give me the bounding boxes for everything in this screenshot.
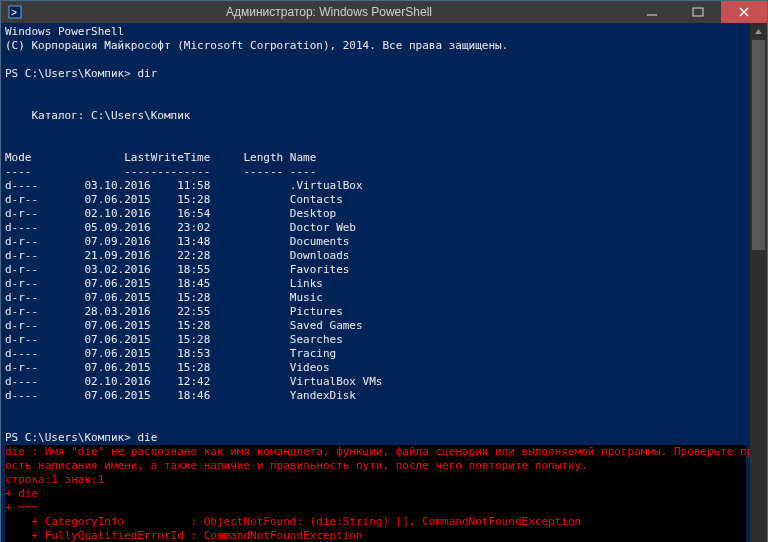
console-line bbox=[5, 53, 746, 67]
window-buttons bbox=[629, 1, 767, 23]
console-line: d-r-- 02.10.2016 16:54 Desktop bbox=[5, 207, 746, 221]
minimize-button[interactable] bbox=[629, 1, 675, 23]
console-line: d-r-- 03.02.2016 18:55 Favorites bbox=[5, 263, 746, 277]
console-line: d---- 02.10.2016 12:42 VirtualBox VMs bbox=[5, 375, 746, 389]
window-title: Администратор: Windows PowerShell bbox=[29, 5, 629, 19]
scroll-thumb[interactable] bbox=[752, 40, 765, 250]
console-line: ость написания имени, а также наличие и … bbox=[5, 459, 746, 473]
console-line: d-r-- 07.06.2015 15:28 Contacts bbox=[5, 193, 746, 207]
console-line bbox=[5, 81, 746, 95]
console-line: d---- 07.06.2015 18:46 YandexDisk bbox=[5, 389, 746, 403]
titlebar[interactable]: > Администратор: Windows PowerShell bbox=[1, 1, 767, 23]
console-line: Каталог: C:\Users\Компик bbox=[5, 109, 746, 123]
console-line: PS C:\Users\Компик> dir bbox=[5, 67, 746, 81]
maximize-icon bbox=[692, 6, 704, 18]
system-menu-icon[interactable]: > bbox=[1, 5, 29, 19]
console-line: + FullyQualifiedErrorId : CommandNotFoun… bbox=[5, 529, 746, 542]
close-button[interactable] bbox=[721, 1, 767, 23]
svg-marker-6 bbox=[755, 29, 762, 34]
console-line: + die bbox=[5, 487, 746, 501]
console-line: d-r-- 07.06.2015 15:28 Music bbox=[5, 291, 746, 305]
scroll-track[interactable] bbox=[750, 40, 767, 542]
console-line bbox=[5, 403, 746, 417]
scroll-up-button[interactable] bbox=[750, 23, 767, 40]
console-line: d-r-- 07.06.2015 18:45 Links bbox=[5, 277, 746, 291]
console-line: d---- 03.10.2016 11:58 .VirtualBox bbox=[5, 179, 746, 193]
vertical-scrollbar[interactable] bbox=[750, 23, 767, 542]
console-line: d---- 07.06.2015 18:53 Tracing bbox=[5, 347, 746, 361]
console-line bbox=[5, 95, 746, 109]
console-line: d-r-- 07.06.2015 15:28 Videos bbox=[5, 361, 746, 375]
chevron-up-icon bbox=[754, 27, 763, 36]
console-line: d-r-- 07.06.2015 15:28 Saved Games bbox=[5, 319, 746, 333]
console-line bbox=[5, 137, 746, 151]
svg-text:>: > bbox=[11, 7, 17, 18]
minimize-icon bbox=[646, 6, 658, 18]
maximize-button[interactable] bbox=[675, 1, 721, 23]
console-line: d-r-- 07.09.2016 13:48 Documents bbox=[5, 235, 746, 249]
console-line: d-r-- 07.06.2015 15:28 Searches bbox=[5, 333, 746, 347]
close-icon bbox=[738, 6, 750, 18]
console-output[interactable]: Windows PowerShell(C) Корпорация Майкрос… bbox=[1, 23, 750, 542]
console-line: (C) Корпорация Майкрософт (Microsoft Cor… bbox=[5, 39, 746, 53]
console-line: die : Имя "die" не распознано как имя ко… bbox=[5, 445, 746, 459]
console-line: + ~~~ bbox=[5, 501, 746, 515]
console-line bbox=[5, 123, 746, 137]
console-line: PS C:\Users\Компик> die bbox=[5, 431, 746, 445]
console-line: d-r-- 28.03.2016 22:55 Pictures bbox=[5, 305, 746, 319]
console-line: строка:1 знак:1 bbox=[5, 473, 746, 487]
console-area: Windows PowerShell(C) Корпорация Майкрос… bbox=[1, 23, 767, 542]
console-line: ---- ------------- ------ ---- bbox=[5, 165, 746, 179]
svg-rect-3 bbox=[693, 8, 703, 16]
powershell-window: > Администратор: Windows PowerShell Wind… bbox=[0, 0, 768, 542]
console-line: Windows PowerShell bbox=[5, 25, 746, 39]
console-line bbox=[5, 417, 746, 431]
console-line: + CategoryInfo : ObjectNotFound: (die:St… bbox=[5, 515, 746, 529]
console-line: d-r-- 21.09.2016 22:28 Downloads bbox=[5, 249, 746, 263]
console-line: d---- 05.09.2016 23:02 Doctor Web bbox=[5, 221, 746, 235]
console-line: Mode LastWriteTime Length Name bbox=[5, 151, 746, 165]
